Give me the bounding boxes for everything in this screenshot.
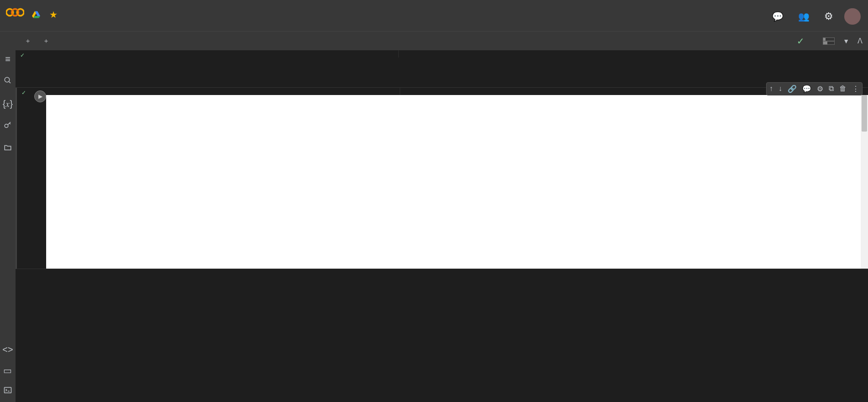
code-snippets-icon[interactable]: <> bbox=[2, 344, 13, 355]
title-area: ★ bbox=[32, 9, 863, 22]
share-icon: 👥 bbox=[798, 11, 810, 22]
more-icon[interactable]: ⋮ bbox=[852, 85, 859, 93]
comment-button[interactable]: 💬 bbox=[772, 11, 787, 22]
cell-settings-icon[interactable]: ⚙ bbox=[817, 85, 823, 93]
add-text-button[interactable]: ＋ bbox=[38, 35, 57, 47]
notebook-main: ✓ ✓ ↑ ↓ 🔗 💬 ⚙ ⧉ 🗑 ⋮ ▶ bbox=[16, 50, 868, 402]
avatar[interactable] bbox=[844, 8, 861, 25]
files-icon[interactable] bbox=[4, 143, 12, 154]
secrets-icon[interactable] bbox=[4, 121, 12, 132]
share-button[interactable]: 👥 bbox=[798, 11, 813, 22]
terminal-icon[interactable] bbox=[4, 386, 12, 397]
runtime-menu-icon[interactable]: ▼ bbox=[843, 37, 849, 45]
toolbar: ＋ ＋ ✓ ▼ ᐱ bbox=[0, 31, 868, 50]
exec-check-icon: ✓ bbox=[20, 52, 25, 58]
cell-output bbox=[46, 95, 868, 269]
add-code-button[interactable]: ＋ bbox=[20, 35, 38, 47]
drive-icon bbox=[32, 11, 40, 19]
code-cell[interactable]: ✓ bbox=[16, 50, 868, 88]
header: ★ 💬 👥 ⚙ bbox=[0, 0, 868, 31]
cell-toolbar: ↑ ↓ 🔗 💬 ⚙ ⧉ 🗑 ⋮ bbox=[766, 82, 863, 95]
delete-icon[interactable]: 🗑 bbox=[839, 85, 847, 93]
run-button[interactable]: ▶ bbox=[34, 90, 46, 102]
variables-icon[interactable]: {𝑥} bbox=[3, 99, 13, 109]
sidebar: ≡ {𝑥} <> ▭ bbox=[0, 50, 16, 402]
search-icon[interactable] bbox=[4, 76, 12, 87]
settings-icon[interactable]: ⚙ bbox=[824, 11, 833, 22]
mirror-icon[interactable]: ⧉ bbox=[829, 85, 834, 93]
collapse-icon[interactable]: ᐱ bbox=[857, 37, 863, 45]
command-palette-icon[interactable]: ▭ bbox=[3, 365, 12, 376]
code-cell-active[interactable]: ✓ ↑ ↓ 🔗 💬 ⚙ ⧉ 🗑 ⋮ ▶ bbox=[16, 88, 868, 269]
toc-icon[interactable]: ≡ bbox=[5, 54, 11, 64]
star-icon[interactable]: ★ bbox=[49, 9, 58, 20]
check-icon: ✓ bbox=[797, 36, 804, 47]
link-icon[interactable]: 🔗 bbox=[788, 85, 797, 93]
move-down-icon[interactable]: ↓ bbox=[778, 85, 782, 93]
move-up-icon[interactable]: ↑ bbox=[769, 85, 773, 93]
svg-rect-6 bbox=[4, 387, 11, 393]
colab-logo bbox=[5, 6, 25, 25]
comment-icon: 💬 bbox=[772, 11, 783, 22]
hf-filters bbox=[46, 95, 243, 111]
svg-point-3 bbox=[5, 77, 10, 82]
resource-indicator[interactable] bbox=[821, 37, 835, 45]
output-scrollbar[interactable] bbox=[861, 95, 868, 269]
exec-check-icon: ✓ bbox=[21, 90, 26, 96]
svg-line-4 bbox=[9, 81, 11, 83]
comment-cell-icon[interactable]: 💬 bbox=[802, 85, 811, 93]
